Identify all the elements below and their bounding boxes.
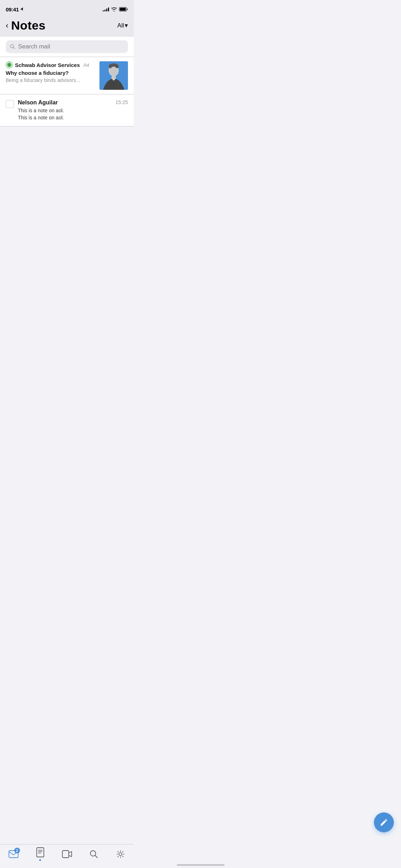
chevron-down-icon: ▾ xyxy=(125,22,128,29)
ad-content: $ Schwab Advisor Services Ad Why choose … xyxy=(6,61,96,90)
note-sender: Nelson Aguilar xyxy=(18,99,111,106)
ad-brand-row: $ Schwab Advisor Services Ad xyxy=(6,61,96,68)
svg-point-7 xyxy=(110,67,118,76)
location-arrow-icon xyxy=(20,7,24,11)
back-chevron-icon: ‹ xyxy=(6,22,8,30)
battery-icon xyxy=(119,7,128,11)
search-input-wrapper[interactable] xyxy=(6,40,128,53)
back-button[interactable]: ‹ xyxy=(6,22,8,30)
svg-rect-8 xyxy=(112,76,116,79)
status-icons xyxy=(103,7,128,11)
status-time: 09:41 xyxy=(6,6,24,12)
ad-person-image xyxy=(99,61,128,90)
ad-banner[interactable]: $ Schwab Advisor Services Ad Why choose … xyxy=(0,57,134,94)
signal-bars-icon xyxy=(103,7,109,11)
ad-image xyxy=(99,61,128,90)
ad-brand-icon: $ xyxy=(6,61,13,68)
ad-brand-name: Schwab Advisor Services xyxy=(15,62,80,68)
note-checkbox[interactable] xyxy=(6,100,14,108)
search-input[interactable] xyxy=(18,43,124,50)
svg-rect-1 xyxy=(120,8,126,11)
svg-line-3 xyxy=(14,47,15,49)
search-bar-container xyxy=(0,37,134,57)
nav-header: ‹ Notes All ▾ xyxy=(0,16,134,37)
status-bar: 09:41 xyxy=(0,0,134,16)
search-icon xyxy=(10,44,15,50)
note-time: 15:25 xyxy=(115,99,128,105)
page-title: Notes xyxy=(8,19,117,32)
note-item[interactable]: Nelson Aguilar This is a note on aol. Th… xyxy=(0,94,134,126)
ad-label: Ad xyxy=(83,62,89,68)
ad-description: Being a fiduciary binds advisors... xyxy=(6,77,96,83)
ad-headline: Why choose a fiduciary? xyxy=(6,70,96,76)
note-content: Nelson Aguilar This is a note on aol. Th… xyxy=(18,99,111,121)
note-preview: This is a note on aol. This is a note on… xyxy=(18,107,111,121)
wifi-icon xyxy=(111,7,117,11)
filter-button[interactable]: All ▾ xyxy=(117,22,128,29)
